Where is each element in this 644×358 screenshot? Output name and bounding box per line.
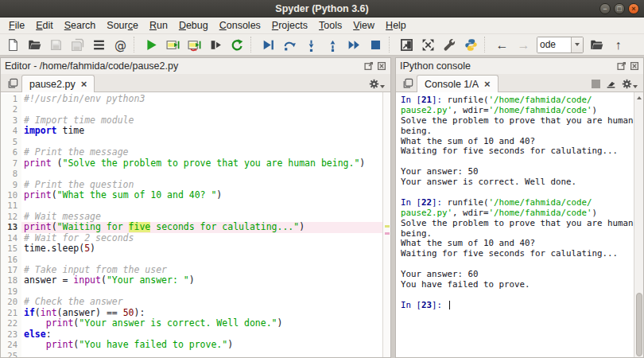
scrollbar-thumb[interactable] [636, 293, 642, 356]
line-number[interactable]: 19 [1, 286, 21, 297]
code-line: 19 [1, 286, 382, 297]
line-number[interactable]: 5 [1, 137, 21, 147]
line-number[interactable]: 4 [1, 126, 21, 136]
line-number[interactable]: 25 [1, 351, 21, 358]
line-number[interactable]: 10 [1, 190, 21, 200]
menu-edit[interactable]: Edit [30, 18, 59, 33]
browse-working-directory-button[interactable] [586, 35, 607, 55]
tab-pause2-py[interactable]: pause2.py × [21, 75, 95, 92]
run-cell-button[interactable] [162, 35, 184, 55]
line-number[interactable]: 24 [1, 340, 21, 350]
line-number[interactable]: 11 [1, 200, 21, 211]
line-number[interactable]: 13 [1, 222, 21, 232]
forward-button[interactable]: → [513, 35, 534, 55]
browse-tabs-icon[interactable] [4, 76, 21, 91]
titlebar[interactable]: Spyder (Python 3.6) − □ × [0, 0, 644, 18]
line-number[interactable]: 18 [1, 275, 21, 286]
debug-file-button[interactable] [258, 35, 279, 55]
line-number[interactable]: 8 [1, 169, 21, 179]
code-area[interactable]: 1#!/usr/bin/env python323# Import time m… [1, 92, 382, 357]
remove-variables-icon[interactable] [606, 79, 616, 89]
combo-dropdown-button[interactable] [571, 37, 583, 53]
scroll-flag-column[interactable] [382, 92, 390, 357]
python-path-button[interactable] [460, 35, 482, 55]
menu-search[interactable]: Search [59, 18, 102, 33]
code-line: 22 print("Your answer is correct. Well d… [1, 318, 382, 329]
minimize-button[interactable]: − [599, 3, 611, 14]
console-scrollbar[interactable] [634, 92, 643, 357]
line-number[interactable]: 9 [1, 180, 21, 190]
open-file-button[interactable] [24, 35, 45, 55]
line-number[interactable]: 6 [1, 147, 21, 158]
window-controls: − □ × [599, 3, 639, 14]
run-file-button[interactable] [141, 35, 162, 55]
rerun-cell-icon [231, 38, 244, 52]
code-line: 8 [1, 169, 382, 179]
parent-directory-button[interactable]: ↑ [607, 35, 629, 55]
menu-debug[interactable]: Debug [173, 18, 214, 33]
toolbar-separator [389, 37, 394, 53]
console-undock-icon[interactable] [617, 61, 627, 71]
find-symbols-button[interactable]: @ [110, 35, 131, 55]
line-number[interactable]: 17 [1, 265, 21, 275]
run-selection-button[interactable] [205, 35, 227, 55]
file-switcher-button[interactable] [88, 35, 110, 55]
maximize-button[interactable]: □ [614, 3, 625, 14]
tab-close-icon[interactable]: × [81, 79, 87, 89]
line-number[interactable]: 3 [1, 115, 21, 126]
step-into-button[interactable] [301, 35, 322, 55]
line-number[interactable]: 16 [1, 255, 21, 265]
maximize-pane-icon [400, 38, 413, 52]
interrupt-kernel-icon[interactable] [592, 80, 600, 88]
fullscreen-button[interactable] [417, 35, 439, 55]
new-file-button[interactable] [2, 35, 24, 55]
line-number[interactable]: 12 [1, 212, 21, 222]
run-cell-advance-icon [188, 38, 201, 52]
save-all-button[interactable] [67, 35, 88, 55]
menu-view[interactable]: View [347, 18, 380, 33]
line-number[interactable]: 14 [1, 233, 21, 243]
menu-projects[interactable]: Projects [266, 18, 313, 33]
console-body[interactable]: In [21]: runfile('/home/fahmida/code/pau… [396, 92, 643, 357]
stop-debug-button[interactable] [365, 35, 386, 55]
menu-run[interactable]: Run [144, 18, 173, 33]
working-directory-combo[interactable] [537, 37, 584, 53]
maximize-pane-button[interactable] [396, 35, 417, 55]
line-number[interactable]: 2 [1, 104, 21, 115]
console-tab-close-icon[interactable]: × [484, 79, 491, 89]
menu-consoles[interactable]: Consoles [214, 18, 266, 33]
line-number[interactable]: 7 [1, 158, 21, 169]
close-button[interactable]: × [628, 3, 639, 14]
editor-close-pane-icon[interactable] [377, 61, 386, 71]
run-cell-advance-button[interactable] [184, 35, 205, 55]
line-number[interactable]: 1 [1, 94, 21, 104]
back-button[interactable]: ← [491, 35, 513, 55]
save-file-button[interactable] [45, 35, 67, 55]
line-number[interactable]: 15 [1, 243, 21, 254]
editor-body[interactable]: 1#!/usr/bin/env python323# Import time m… [1, 92, 390, 357]
line-number[interactable]: 21 [1, 308, 21, 318]
console-output[interactable]: In [21]: runfile('/home/fahmida/code/pau… [396, 92, 634, 357]
editor-options-button[interactable] [369, 79, 385, 89]
browse-console-tabs-icon[interactable] [399, 76, 417, 91]
menu-tools[interactable]: Tools [313, 18, 347, 33]
menu-file[interactable]: File [3, 18, 30, 33]
menu-source[interactable]: Source [101, 18, 144, 33]
menu-help[interactable]: Help [380, 18, 412, 33]
console-close-pane-icon[interactable] [630, 61, 639, 71]
working-directory-input[interactable] [537, 37, 571, 53]
console-line: Your answer: 60 [401, 270, 634, 280]
line-number[interactable]: 22 [1, 318, 21, 329]
line-number[interactable]: 20 [1, 297, 21, 307]
preferences-button[interactable] [439, 35, 460, 55]
continue-execution-button[interactable] [343, 35, 365, 55]
code-line: 23else: [1, 329, 382, 340]
step-over-button[interactable] [279, 35, 301, 55]
rerun-cell-button[interactable] [227, 35, 248, 55]
scrollbar-up-icon[interactable] [634, 96, 643, 99]
console-options-button[interactable] [622, 79, 638, 89]
step-return-button[interactable] [322, 35, 343, 55]
tab-console-1a[interactable]: Console 1/A × [417, 75, 499, 92]
editor-undock-icon[interactable] [364, 61, 374, 71]
line-number[interactable]: 23 [1, 329, 21, 340]
